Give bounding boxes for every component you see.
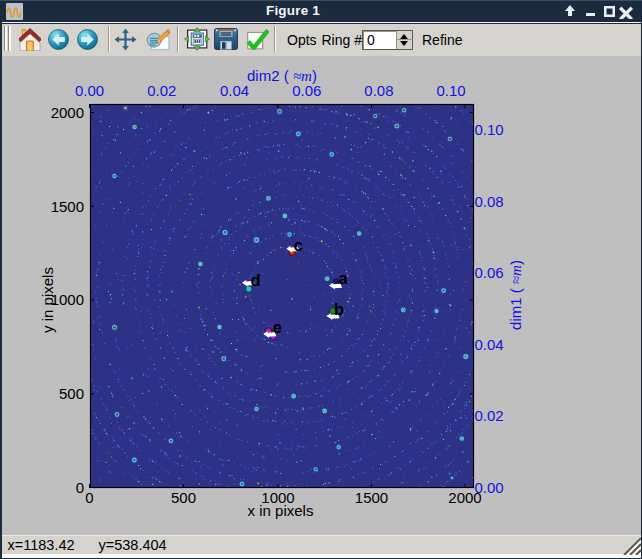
svg-text:x in pixels: x in pixels bbox=[247, 502, 313, 519]
svg-text:d: d bbox=[250, 271, 260, 289]
svg-text:0: 0 bbox=[85, 489, 93, 506]
svg-text:0.02: 0.02 bbox=[147, 82, 176, 99]
svg-text:c: c bbox=[293, 236, 302, 254]
svg-text:0.00: 0.00 bbox=[474, 479, 503, 496]
svg-text:0.02: 0.02 bbox=[474, 407, 503, 424]
svg-text:y in pixels: y in pixels bbox=[38, 267, 55, 333]
svg-text:1500: 1500 bbox=[354, 489, 387, 506]
svg-text:0.00: 0.00 bbox=[74, 82, 103, 99]
svg-text:b: b bbox=[334, 300, 344, 318]
svg-text:0.10: 0.10 bbox=[474, 121, 503, 138]
svg-text:0.06: 0.06 bbox=[474, 264, 503, 281]
svg-text:500: 500 bbox=[170, 489, 195, 506]
svg-text:0.06: 0.06 bbox=[292, 82, 321, 99]
svg-text:0.04: 0.04 bbox=[219, 82, 248, 99]
svg-text:0.08: 0.08 bbox=[364, 82, 393, 99]
svg-text:0.08: 0.08 bbox=[474, 193, 503, 210]
svg-text:e: e bbox=[272, 318, 281, 336]
svg-text:0.04: 0.04 bbox=[474, 336, 503, 353]
svg-text:dim1 ( ≈m): dim1 ( ≈m) bbox=[506, 260, 523, 330]
svg-text:1000: 1000 bbox=[50, 291, 83, 308]
svg-text:a: a bbox=[338, 269, 348, 287]
svg-text:1500: 1500 bbox=[50, 198, 83, 215]
svg-text:0.10: 0.10 bbox=[436, 82, 465, 99]
svg-text:500: 500 bbox=[58, 385, 83, 402]
svg-text:2000: 2000 bbox=[50, 104, 83, 121]
svg-text:0: 0 bbox=[75, 479, 83, 496]
svg-text:dim2 ( ≈m): dim2 ( ≈m) bbox=[247, 67, 317, 84]
